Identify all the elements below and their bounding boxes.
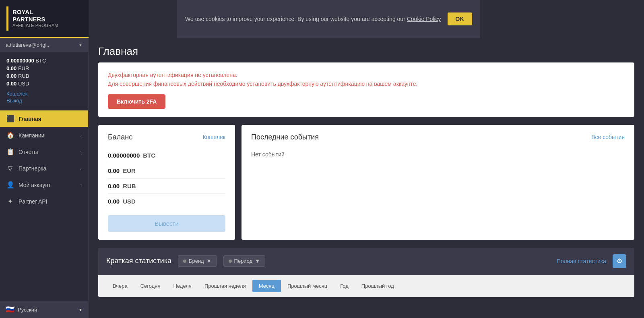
withdraw-button[interactable]: Вывести [108,215,225,232]
account-arrow: › [80,183,82,187]
no-events-text: Нет событий [251,151,625,158]
sidebar-balance-eur: 0.00 EUR [6,65,82,71]
balance-item-usd: 0.00 USD [108,194,225,209]
reports-arrow: › [80,150,82,154]
stats-tabs: Вчера Сегодня Неделя Прошлая неделя Меся… [98,275,634,297]
sidebar: a.tiutiareva@origi... ▼ 0.00000000 BTC 0… [0,38,89,318]
twofa-alert: Двухфакторная аутентификация не установл… [98,62,634,117]
tab-week[interactable]: Неделя [167,280,198,292]
balance-card-title: Баланс [108,133,132,141]
logo-text: ROYAL PARTNERS AFFILIATE PROGRAM [12,8,58,28]
twofa-alert-text: Двухфакторная аутентификация не установл… [108,71,625,89]
stats-settings-button[interactable]: ⚙ [613,254,626,268]
api-icon: ✦ [6,197,14,205]
lang-flag: 🇷🇺 [6,305,14,314]
balance-item-btc: 0.00000000 BTC [108,148,225,163]
events-card-title: Последние события [251,133,319,141]
brand-dot [183,260,186,263]
tab-last-week[interactable]: Прошлая неделя [198,280,252,292]
tab-last-month[interactable]: Прошлый месяц [281,280,334,292]
tab-last-year[interactable]: Прошлый год [355,280,400,292]
reports-icon: 📋 [6,148,14,156]
two-col-section: Баланс Кошелек 0.00000000 BTC 0.00 EUR [98,125,634,240]
chevron-down-icon: ▼ [78,43,83,47]
nav-menu: ⬛ Главная 🏠 Кампании › 📋 Отчеты › ▽ Парт… [0,108,88,301]
cookie-policy-link[interactable]: Cookie Policy [407,16,441,22]
sidebar-balance-links: Кошелек Выход [6,91,82,104]
tab-yesterday[interactable]: Вчера [106,280,134,292]
account-icon: 👤 [6,181,14,189]
sidebar-balance-usd: 0.00 USD [6,81,82,87]
main-content: Главная Двухфакторная аутентификация не … [89,38,644,318]
sidebar-item-partner[interactable]: ▽ Партнерка › [0,160,88,177]
sidebar-item-campaigns[interactable]: 🏠 Кампании › [0,127,88,143]
sidebar-balance-area: 0.00000000 BTC 0.00 EUR 0.00 RUB 0.00 US… [0,52,88,108]
campaigns-arrow: › [80,133,82,138]
page-title: Главная [98,45,634,58]
cookie-banner: We use cookies to improve your experienc… [177,0,480,38]
stats-title: Краткая статистика [106,257,171,265]
wallet-link[interactable]: Кошелек [6,91,82,97]
period-filter[interactable]: Период ▼ [223,255,265,267]
sidebar-logo-area: ROYAL PARTNERS AFFILIATE PROGRAM [0,0,89,38]
sidebar-item-api[interactable]: ✦ Partner API [0,193,88,210]
tab-month[interactable]: Месяц [252,280,281,292]
period-chevron-icon: ▼ [255,258,260,264]
balance-wallet-link[interactable]: Кошелек [202,134,225,140]
brand-filter[interactable]: Бренд ▼ [178,255,217,267]
cookie-text: We use cookies to improve your experienc… [185,16,441,22]
events-card-header: Последние события Все события [251,133,625,141]
all-events-link[interactable]: Все события [591,134,625,140]
top-bar: ROYAL PARTNERS AFFILIATE PROGRAM We use … [0,0,644,38]
cookie-ok-button[interactable]: OK [448,12,472,25]
stats-section: Краткая статистика Бренд ▼ Период ▼ Полн… [98,248,634,297]
balance-list: 0.00000000 BTC 0.00 EUR 0.00 RUB 0.00 [108,148,225,209]
sidebar-balance-rub: 0.00 RUB [6,73,82,79]
stats-header: Краткая статистика Бренд ▼ Период ▼ Полн… [98,248,634,275]
balance-card: Баланс Кошелек 0.00000000 BTC 0.00 EUR [98,125,235,240]
balance-item-eur: 0.00 EUR [108,163,225,179]
sidebar-item-home[interactable]: ⬛ Главная [0,110,88,127]
balance-item-rub: 0.00 RUB [108,179,225,194]
campaigns-icon: 🏠 [6,131,14,139]
sidebar-item-reports[interactable]: 📋 Отчеты › [0,143,88,160]
tab-today[interactable]: Сегодня [134,280,167,292]
logout-link[interactable]: Выход [6,98,82,104]
sidebar-balance-btc: 0.00000000 BTC [6,58,82,64]
brand-chevron-icon: ▼ [206,258,212,264]
logo-bar [6,6,8,31]
lang-chevron-icon: ▼ [78,308,83,312]
content-area: Двухфакторная аутентификация не установл… [89,62,644,307]
partner-icon: ▽ [6,164,14,172]
balance-card-header: Баланс Кошелек [108,133,225,141]
full-stats-link[interactable]: Полная статистика [557,258,606,264]
enable-2fa-button[interactable]: Включить 2FA [108,94,165,109]
tab-year[interactable]: Год [334,280,355,292]
events-card: Последние события Все события Нет событи… [242,125,634,240]
user-dropdown[interactable]: a.tiutiareva@origi... ▼ [0,38,88,52]
home-icon: ⬛ [6,115,14,123]
gear-icon: ⚙ [617,257,622,265]
page-header: Главная [89,38,644,62]
user-email: a.tiutiareva@origi... [6,42,51,48]
sidebar-item-account[interactable]: 👤 Мой аккаунт › [0,177,88,193]
layout: a.tiutiareva@origi... ▼ 0.00000000 BTC 0… [0,38,644,318]
language-selector[interactable]: 🇷🇺 Русский ▼ [0,301,88,318]
period-dot [229,260,232,263]
partner-arrow: › [80,166,82,171]
